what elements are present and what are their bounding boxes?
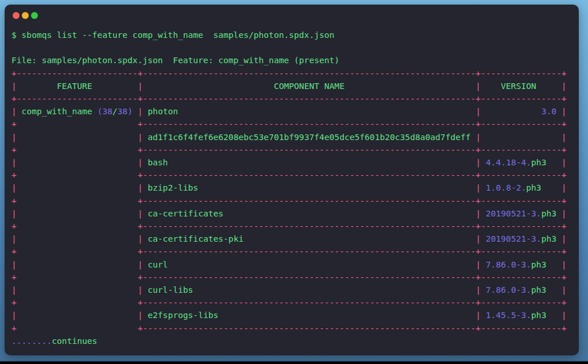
table-row-border: + +-------------------------------------… (11, 322, 572, 335)
close-button-icon[interactable] (13, 12, 20, 19)
terminal-output: $ sbomqs list --feature comp_with_name s… (5, 26, 579, 347)
minimize-button-icon[interactable] (22, 12, 29, 19)
file-info-text: File: samples/photon.spdx.json Feature: … (11, 55, 339, 65)
continues-line: ........continues (11, 335, 572, 347)
table-row: | | ca-certificates | 20190521-3.ph3 | (11, 207, 572, 220)
continues-dots: ........ (11, 336, 52, 346)
table-row-border: + +-------------------------------------… (11, 144, 572, 156)
table-row: | | e2fsprogs-libs | 1.45.5-3.ph3 | (11, 309, 572, 322)
table-header-row: | FEATURE | COMPONENT NAME | VERSION | (11, 80, 572, 92)
command-line: $ sbomqs list --feature comp_with_name s… (11, 29, 572, 41)
table-row-border: + +-------------------------------------… (11, 220, 572, 233)
table-row-border: + +-------------------------------------… (11, 296, 572, 309)
table-row-border: + +-------------------------------------… (11, 245, 572, 258)
table-border: +------------------------+--------------… (11, 92, 572, 105)
command-text: $ sbomqs list --feature comp_with_name s… (11, 30, 334, 40)
file-info-line: File: samples/photon.spdx.json Feature: … (11, 54, 572, 67)
table-row-border: + +-------------------------------------… (11, 195, 572, 207)
zoom-button-icon[interactable] (31, 12, 38, 19)
table-border: +------------------------+--------------… (11, 67, 572, 80)
terminal-window: $ sbomqs list --feature comp_with_name s… (5, 5, 579, 355)
continues-label: continues (52, 336, 97, 346)
table-row: | | curl-libs | 7.86.0-3.ph3 | (11, 284, 572, 296)
table-row: | | ad1f1c6f4fef6e6208ebc53e701bf9937f4e… (11, 131, 572, 144)
table-row-border: + +-------------------------------------… (11, 169, 572, 181)
table-row-border: + +-------------------------------------… (11, 271, 572, 284)
blank-line (11, 41, 572, 54)
feature-table: +------------------------+--------------… (11, 67, 572, 335)
table-row: | | curl | 7.86.0-3.ph3 | (11, 258, 572, 271)
titlebar (5, 5, 579, 26)
table-row-border: + +-------------------------------------… (11, 118, 572, 130)
table-row: | | bash | 4.4.18-4.ph3 | (11, 156, 572, 169)
table-row: | comp_with_name (38/38) | photon | 3.0 … (11, 105, 572, 118)
table-row: | | bzip2-libs | 1.0.8-2.ph3 | (11, 181, 572, 194)
table-row: | | ca-certificates-pki | 20190521-3.ph3… (11, 233, 572, 245)
